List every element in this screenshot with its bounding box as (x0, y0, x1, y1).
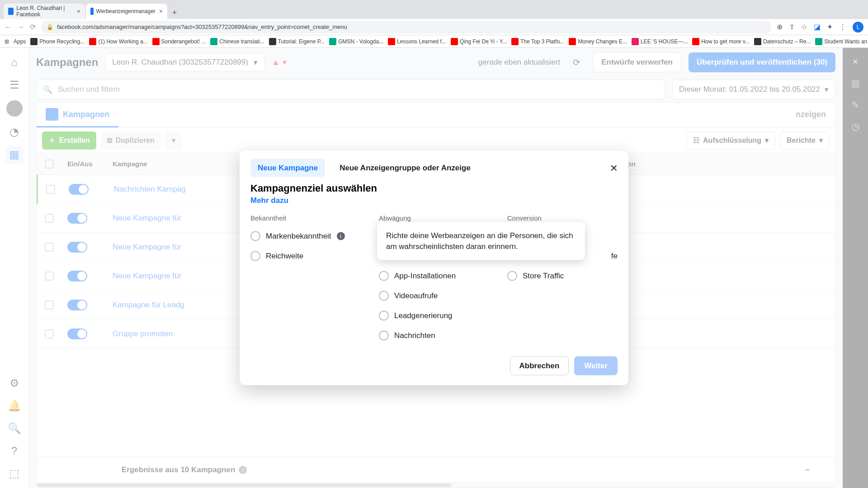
bookmark-item[interactable]: Tutorial: Eigene P... (269, 38, 325, 45)
modal-tab-new-campaign[interactable]: Neue Kampagne (250, 159, 325, 177)
lock-icon: 🔒 (47, 24, 53, 30)
close-icon[interactable]: × (610, 161, 618, 175)
url-text: facebook.com/adsmanager/manage/campaigns… (57, 23, 347, 30)
radio-icon (379, 271, 389, 281)
profile-avatar[interactable]: L (853, 22, 863, 33)
close-icon[interactable]: × (159, 8, 163, 15)
radio-icon (379, 311, 389, 321)
bookmarks-bar: ⊞ Apps Phone Recycling... (1) How Workin… (0, 35, 868, 48)
learn-more-link[interactable]: Mehr dazu (250, 196, 288, 205)
modal-title: Kampagnenziel auswählen (250, 183, 618, 194)
objective-tooltip: Richte deine Werbeanzeigen an die Person… (377, 222, 585, 260)
objective-reach[interactable]: Reichweite (250, 246, 361, 266)
zoom-icon[interactable]: ⊕ (777, 23, 783, 31)
main-content: Kampagnen Leon R. Chaudhari (30325357722… (29, 48, 843, 488)
radio-icon (379, 331, 389, 341)
bookmark-item[interactable]: Qing Fei De Yi - Y... (451, 38, 507, 45)
browser-tab[interactable]: Leon R. Chaudhari | Facebook × (4, 4, 85, 19)
share-icon[interactable]: ⇪ (789, 23, 795, 31)
tab-title: Werbeanzeigenmanager (96, 8, 156, 14)
objective-store-traffic[interactable]: Store Traffic (507, 266, 618, 286)
bookmark-item[interactable]: Apps (14, 38, 26, 45)
bookmark-item[interactable]: Phone Recycling... (30, 38, 85, 45)
menu-icon[interactable]: ⋮ (839, 23, 846, 31)
close-icon[interactable]: × (77, 8, 80, 15)
objective-column-awareness: Bekanntheit Markenbekanntheit i Reichwei… (250, 214, 361, 346)
bookmark-item[interactable]: Datenschutz – Re... (754, 38, 811, 45)
bookmark-item[interactable]: Chinese translati... (210, 38, 264, 45)
column-heading: Abwägung (379, 214, 489, 222)
bookmark-item[interactable]: LEE 'S HOUSE—... (632, 38, 688, 45)
bookmark-item[interactable]: Student Wants an... (815, 38, 868, 45)
browser-url-bar: ← → ⟳ 🔒 facebook.com/adsmanager/manage/c… (0, 19, 868, 35)
column-heading: Conversion (507, 214, 618, 222)
forward-icon[interactable]: → (17, 23, 24, 31)
objective-video-views[interactable]: Videoaufrufe (379, 286, 489, 306)
cancel-button[interactable]: Abbrechen (510, 357, 569, 375)
next-button[interactable]: Weiter (574, 357, 618, 375)
radio-icon (379, 291, 389, 301)
bookmark-item[interactable]: (1) How Working a... (89, 38, 147, 45)
puzzle-icon[interactable]: ✦ (827, 23, 833, 31)
radio-icon (507, 271, 517, 281)
objective-app-installs[interactable]: App-Installationen (379, 266, 489, 286)
reload-icon[interactable]: ⟳ (30, 23, 36, 31)
bookmark-item[interactable]: Lessons Learned f... (388, 38, 446, 45)
tab-title: Leon R. Chaudhari | Facebook (16, 5, 73, 18)
extension-icon[interactable]: ◪ (814, 23, 821, 31)
objective-brand-awareness[interactable]: Markenbekanntheit i (250, 226, 361, 246)
radio-icon (250, 231, 260, 241)
info-icon[interactable]: i (337, 232, 345, 240)
column-heading: Bekanntheit (250, 214, 361, 222)
address-bar[interactable]: 🔒 facebook.com/adsmanager/manage/campaig… (41, 21, 771, 33)
radio-icon (250, 251, 260, 261)
browser-tab[interactable]: Werbeanzeigenmanager × (86, 4, 167, 19)
create-campaign-modal: Neue Kampagne Neue Anzeigengruppe oder A… (240, 151, 628, 385)
facebook-favicon (90, 8, 94, 15)
modal-tab-existing[interactable]: Neue Anzeigengruppe oder Anzeige (332, 159, 478, 177)
bookmark-item[interactable]: Sonderangebot! ... (152, 38, 206, 45)
new-tab-button[interactable]: + (168, 6, 181, 19)
browser-tab-strip: Leon R. Chaudhari | Facebook × Werbeanze… (0, 0, 868, 19)
apps-icon[interactable]: ⊞ (5, 38, 9, 45)
bookmark-item[interactable]: Money Changes E... (569, 38, 627, 45)
bookmark-item[interactable]: The Top 3 Platfo... (511, 38, 564, 45)
bookmark-item[interactable]: How to get more v... (692, 38, 749, 45)
objective-lead-generation[interactable]: Leadgenerierung (379, 306, 489, 326)
bookmark-item[interactable]: GMSN - Vologda... (329, 38, 383, 45)
objective-messages[interactable]: Nachrichten (379, 326, 489, 346)
back-icon[interactable]: ← (5, 23, 12, 31)
star-icon[interactable]: ☆ (801, 23, 807, 31)
facebook-favicon (8, 8, 14, 15)
